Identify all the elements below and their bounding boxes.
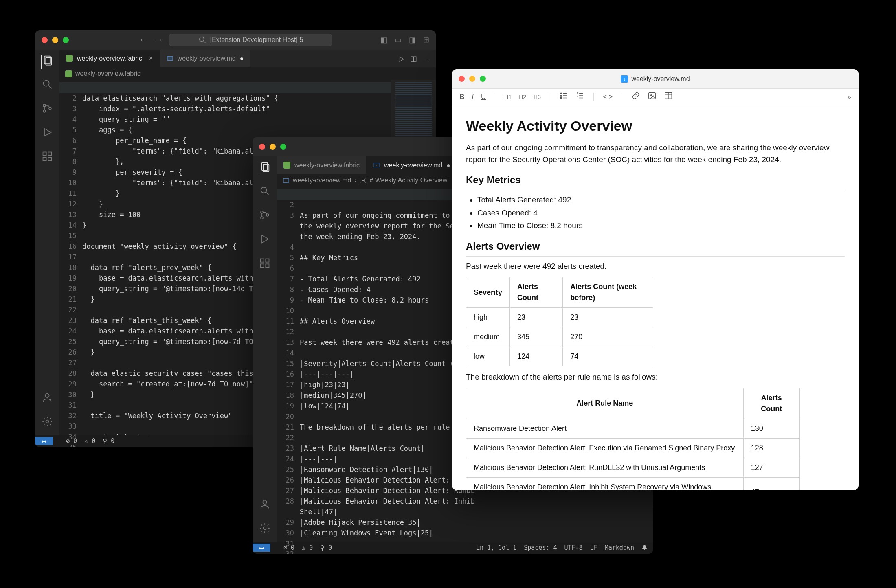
breadcrumb[interactable]: weekly-overview.fabric bbox=[59, 68, 436, 80]
run-debug-icon[interactable] bbox=[259, 233, 270, 248]
run-icon[interactable]: ▷ bbox=[399, 54, 404, 63]
status-bar: ⟷ ⊘ 0 ⚠ 0 ⚲ 0 Ln 1, Col 1 Spaces: 4 UTF-… bbox=[253, 542, 653, 554]
command-center[interactable]: [Extension Development Host] 5 bbox=[169, 34, 332, 46]
close-window-icon[interactable] bbox=[42, 37, 48, 43]
split-editor-icon[interactable]: ◫ bbox=[410, 54, 417, 63]
accounts-icon[interactable] bbox=[42, 392, 53, 406]
svg-point-38 bbox=[560, 97, 562, 99]
indentation[interactable]: Spaces: 4 bbox=[524, 544, 557, 551]
table-cell: Malicious Behavior Detection Alert: Exec… bbox=[466, 438, 744, 458]
close-window-icon[interactable] bbox=[259, 144, 265, 150]
line-gutter: 1234567891011121314151617181920212223242… bbox=[59, 80, 82, 435]
window-controls[interactable] bbox=[42, 37, 69, 43]
search-icon[interactable] bbox=[259, 185, 270, 200]
settings-gear-icon[interactable] bbox=[259, 522, 270, 537]
h1-button[interactable]: H1 bbox=[504, 94, 512, 100]
remote-indicator[interactable]: ⟷ bbox=[35, 437, 53, 445]
layout-sidebar-left-icon[interactable]: ◧ bbox=[380, 35, 387, 44]
layout-customize-icon[interactable]: ⊞ bbox=[423, 35, 429, 44]
markdown-app-icon: ↓ bbox=[621, 75, 628, 83]
activity-bar bbox=[35, 50, 59, 435]
window-controls[interactable] bbox=[459, 76, 486, 82]
explorer-icon[interactable] bbox=[41, 55, 53, 69]
dirty-indicator-icon: ● bbox=[446, 162, 450, 169]
bold-button[interactable]: B bbox=[459, 93, 464, 101]
tab-weekly-overview-fabric[interactable]: weekly-overview.fabric × bbox=[59, 50, 160, 67]
close-tab-icon[interactable]: × bbox=[149, 54, 153, 63]
problems-status[interactable]: ⊘ 0 ⚠ 0 bbox=[278, 544, 313, 551]
language-mode[interactable]: Markdown bbox=[605, 544, 634, 551]
image-icon[interactable] bbox=[648, 91, 657, 102]
table-cell: 23 bbox=[563, 308, 653, 327]
metrics-list: Total Alerts Generated: 492Cases Opened:… bbox=[477, 194, 845, 232]
ports-status[interactable]: ⚲ 0 bbox=[320, 544, 332, 551]
tab-weekly-overview-md[interactable]: ↓ weekly-overview.md ● bbox=[160, 50, 251, 67]
breadcrumb-file: weekly-overview.md bbox=[293, 177, 351, 184]
titlebar[interactable]: ↓ weekly-overview.md bbox=[452, 69, 859, 89]
tab-label: weekly-overview.fabric bbox=[294, 162, 360, 169]
svg-point-47 bbox=[650, 94, 652, 96]
cursor-position[interactable]: Ln 1, Col 1 bbox=[476, 544, 516, 551]
settings-gear-icon[interactable] bbox=[42, 416, 53, 430]
svg-point-7 bbox=[43, 110, 46, 112]
remote-indicator[interactable]: ⟷ bbox=[253, 544, 270, 552]
window-title: ↓ weekly-overview.md bbox=[621, 75, 690, 83]
tab-weekly-overview-fabric[interactable]: weekly-overview.fabric bbox=[277, 156, 367, 174]
minimize-window-icon[interactable] bbox=[270, 144, 276, 150]
notifications-icon[interactable]: 🔔︎ bbox=[641, 544, 648, 551]
italic-button[interactable]: I bbox=[472, 93, 474, 101]
eol[interactable]: LF bbox=[590, 544, 597, 551]
heading-key-metrics: Key Metrics bbox=[466, 173, 845, 190]
search-icon[interactable] bbox=[42, 79, 53, 93]
minimize-window-icon[interactable] bbox=[52, 37, 58, 43]
run-debug-icon[interactable] bbox=[42, 127, 53, 141]
nav-forward-icon[interactable]: → bbox=[154, 35, 163, 45]
bullet-list-icon[interactable] bbox=[559, 91, 568, 102]
maximize-window-icon[interactable] bbox=[280, 144, 286, 150]
link-icon[interactable] bbox=[631, 91, 640, 102]
table-row: Malicious Behavior Detection Alert: Inhi… bbox=[466, 477, 800, 490]
ports-status[interactable]: ⚲ 0 bbox=[103, 437, 114, 445]
table-cell: Malicious Behavior Detection Alert: Inhi… bbox=[466, 477, 744, 490]
h2-button[interactable]: H2 bbox=[519, 94, 526, 100]
svg-rect-12 bbox=[48, 157, 51, 160]
fabric-file-icon bbox=[283, 162, 290, 169]
explorer-icon[interactable] bbox=[259, 161, 271, 176]
svg-marker-26 bbox=[262, 235, 268, 243]
code-block-icon[interactable]: < > bbox=[603, 93, 613, 101]
close-window-icon[interactable] bbox=[459, 76, 465, 82]
encoding[interactable]: UTF-8 bbox=[564, 544, 583, 551]
accounts-icon[interactable] bbox=[259, 498, 270, 513]
fabric-file-icon bbox=[66, 55, 73, 62]
rendered-content[interactable]: Weekly Activity Overview As part of our … bbox=[452, 105, 859, 490]
layout-sidebar-right-icon[interactable]: ◨ bbox=[409, 35, 416, 44]
more-actions-icon[interactable]: ⋯ bbox=[423, 54, 430, 63]
minimize-window-icon[interactable] bbox=[469, 76, 475, 82]
table-row: medium345270 bbox=[466, 327, 653, 347]
maximize-window-icon[interactable] bbox=[480, 76, 486, 82]
table-cell: low bbox=[466, 347, 510, 366]
nav-back-icon[interactable]: ← bbox=[139, 35, 148, 45]
formatting-toolbar: B I U H1 H2 H3 123 < > bbox=[452, 89, 859, 105]
extensions-icon[interactable] bbox=[42, 151, 53, 165]
window-controls[interactable] bbox=[259, 144, 286, 150]
h3-button[interactable]: H3 bbox=[534, 94, 541, 100]
numbered-list-icon[interactable]: 123 bbox=[575, 91, 584, 102]
extensions-icon[interactable] bbox=[259, 257, 270, 272]
maximize-window-icon[interactable] bbox=[63, 37, 69, 43]
table-icon[interactable] bbox=[664, 91, 673, 102]
table-cell: medium bbox=[466, 327, 510, 347]
tab-weekly-overview-md[interactable]: ↓ weekly-overview.md ● bbox=[367, 156, 457, 174]
overflow-icon[interactable]: » bbox=[848, 93, 851, 101]
intro-paragraph: As part of our ongoing commitment to tra… bbox=[466, 142, 845, 165]
titlebar[interactable]: ← → [Extension Development Host] 5 ◧ ▭ ◨… bbox=[35, 30, 436, 50]
source-control-icon[interactable] bbox=[259, 209, 270, 224]
underline-button[interactable]: U bbox=[481, 93, 486, 101]
table-row: high2323 bbox=[466, 308, 653, 327]
layout-panel-icon[interactable]: ▭ bbox=[395, 35, 402, 44]
problems-status[interactable]: ⊘ 0 ⚠ 0 bbox=[60, 437, 95, 445]
table-cell: 23 bbox=[510, 308, 563, 327]
source-control-icon[interactable] bbox=[42, 103, 53, 117]
fabric-file-icon bbox=[65, 70, 72, 77]
table-cell: 47 bbox=[743, 477, 799, 490]
